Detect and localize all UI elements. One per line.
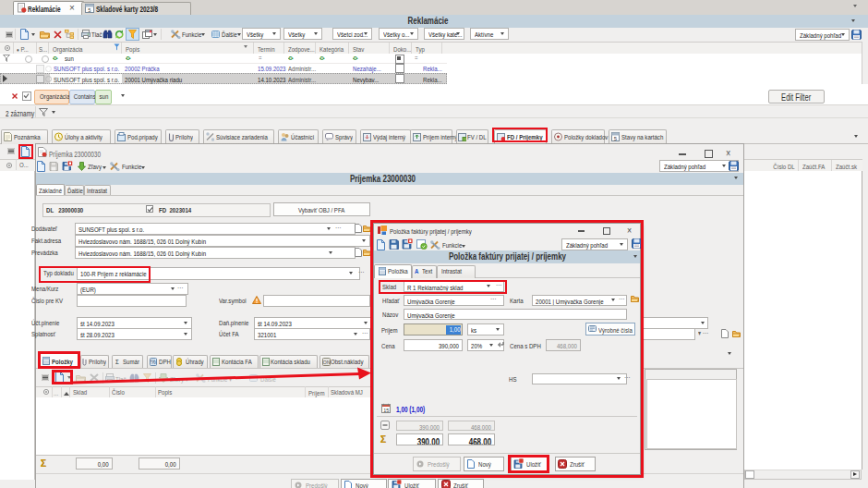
- svg-text:ON: ON: [322, 360, 330, 365]
- svg-text:%: %: [151, 359, 156, 365]
